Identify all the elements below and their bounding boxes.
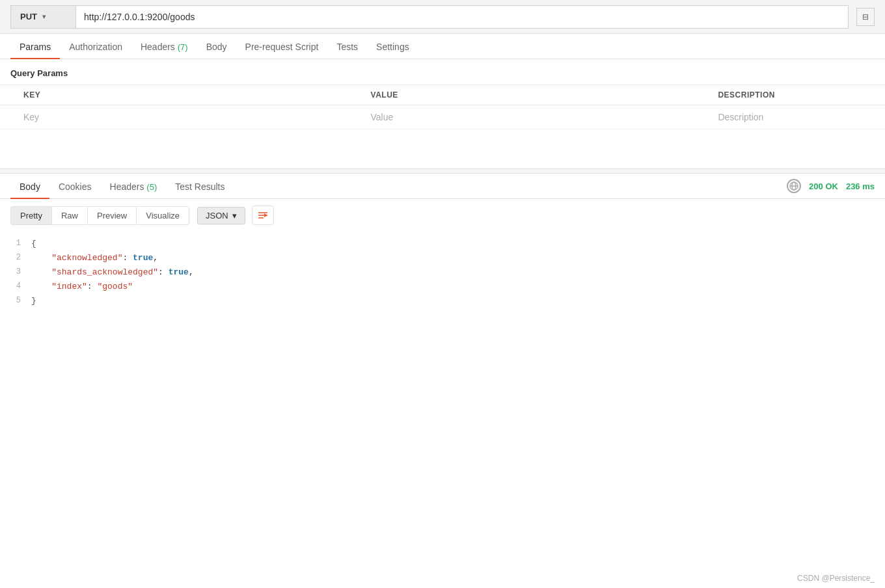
params-table: KEY VALUE DESCRIPTION Key Value Descript… xyxy=(0,85,885,129)
section-divider xyxy=(0,168,885,174)
line-num-1: 1 xyxy=(10,237,31,250)
url-input[interactable] xyxy=(75,5,849,29)
format-tab-preview[interactable]: Preview xyxy=(88,207,137,224)
json-selector[interactable]: JSON ▾ xyxy=(197,207,245,224)
code-content-3: "shards_acknowledged": true, xyxy=(31,265,885,280)
tab-settings[interactable]: Settings xyxy=(367,34,418,59)
response-tabs-bar: Body Cookies Headers (5) Test Results 20… xyxy=(0,174,885,199)
row-checkbox-cell xyxy=(0,105,16,129)
response-time: 236 ms xyxy=(846,181,875,191)
tab-tests[interactable]: Tests xyxy=(327,34,367,59)
format-tab-raw[interactable]: Raw xyxy=(52,207,88,224)
tab-authorization[interactable]: Authorization xyxy=(60,34,131,59)
format-tab-pretty[interactable]: Pretty xyxy=(11,207,52,224)
code-content-1: { xyxy=(31,237,885,251)
row-value-cell[interactable]: Value xyxy=(363,105,711,129)
headers-badge: (7) xyxy=(178,42,188,52)
response-tabs-left: Body Cookies Headers (5) Test Results xyxy=(10,174,787,198)
body-format-bar: Pretty Raw Preview Visualize JSON ▾ xyxy=(0,199,885,232)
tab-body[interactable]: Body xyxy=(197,34,236,59)
tab-headers[interactable]: Headers (7) xyxy=(131,34,197,59)
empty-space xyxy=(0,129,885,168)
response-status-area: 200 OK 236 ms xyxy=(787,179,875,193)
row-description-cell[interactable]: Description xyxy=(710,105,885,129)
method-label: PUT xyxy=(20,12,37,21)
response-headers-badge: (5) xyxy=(146,182,157,192)
code-content-5: } xyxy=(31,294,885,308)
col-header-description: DESCRIPTION xyxy=(710,85,885,105)
tab-prerequest[interactable]: Pre-request Script xyxy=(236,34,328,59)
response-tab-body[interactable]: Body xyxy=(10,174,49,198)
response-tab-cookies[interactable]: Cookies xyxy=(49,174,101,198)
json-label: JSON xyxy=(206,211,228,220)
col-header-key: KEY xyxy=(16,85,363,105)
method-selector[interactable]: PUT ▾ xyxy=(10,5,75,29)
response-status-code: 200 OK xyxy=(809,181,838,191)
request-tabs: Params Authorization Headers (7) Body Pr… xyxy=(0,34,885,59)
table-row: Key Value Description xyxy=(0,105,885,129)
method-chevron: ▾ xyxy=(42,13,46,20)
query-params-title: Query Params xyxy=(0,59,885,85)
format-tab-group: Pretty Raw Preview Visualize xyxy=(10,206,189,225)
globe-icon[interactable] xyxy=(787,179,801,193)
response-tab-headers[interactable]: Headers (5) xyxy=(101,174,167,198)
col-header-value: VALUE xyxy=(363,85,711,105)
code-line-1: 1 { xyxy=(10,237,885,251)
code-line-2: 2 "acknowledged": true, xyxy=(10,251,885,265)
tab-params[interactable]: Params xyxy=(10,34,60,59)
row-key-cell[interactable]: Key xyxy=(16,105,363,129)
window-minimize-icon: ⊟ xyxy=(862,12,869,21)
url-bar: PUT ▾ ⊟ xyxy=(0,0,885,34)
format-tab-visualize[interactable]: Visualize xyxy=(137,207,189,224)
code-line-5: 5 } xyxy=(10,294,885,308)
json-chevron: ▾ xyxy=(232,211,237,220)
code-content-4: "index": "goods" xyxy=(31,280,885,294)
line-num-2: 2 xyxy=(10,251,31,264)
wrap-button[interactable] xyxy=(252,206,274,225)
code-content-2: "acknowledged": true, xyxy=(31,251,885,265)
code-area: 1 { 2 "acknowledged": true, 3 "shards_ac… xyxy=(0,232,885,314)
line-num-5: 5 xyxy=(10,294,31,307)
response-tab-test-results[interactable]: Test Results xyxy=(166,174,234,198)
code-line-4: 4 "index": "goods" xyxy=(10,280,885,294)
code-line-3: 3 "shards_acknowledged": true, xyxy=(10,265,885,280)
line-num-4: 4 xyxy=(10,280,31,293)
window-minimize-button[interactable]: ⊟ xyxy=(856,8,875,26)
col-header-checkbox xyxy=(0,85,16,105)
line-num-3: 3 xyxy=(10,265,31,278)
